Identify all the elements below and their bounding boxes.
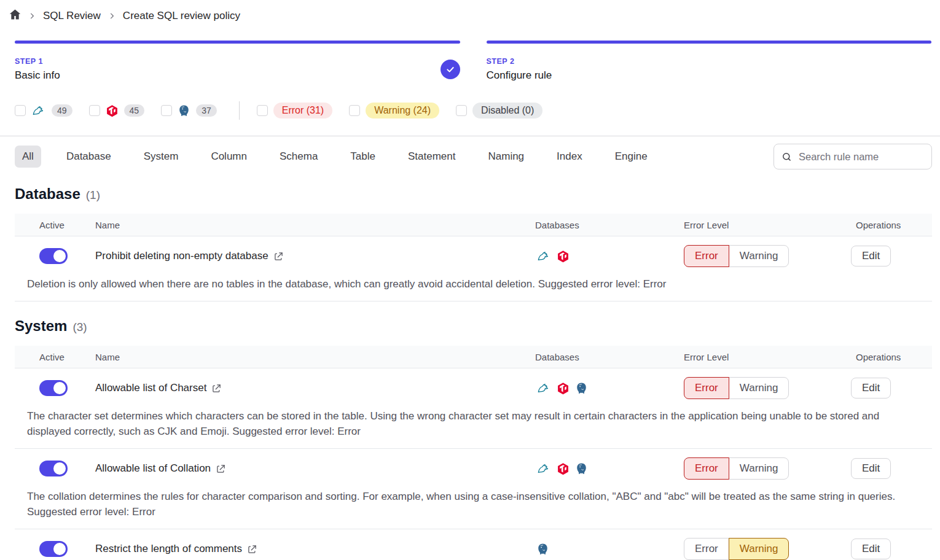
edit-button[interactable]: Edit [851, 378, 891, 399]
toggle-knob [53, 543, 66, 555]
databases-cell [520, 462, 669, 475]
step-1-title: Basic info [15, 69, 460, 82]
table-header-row: ActiveNameDatabasesError LevelOperations [15, 214, 932, 236]
table-row: Allowable list of CharsetErrorWarningEdi… [15, 368, 932, 407]
section-count: (3) [72, 321, 87, 334]
toggle-knob [53, 382, 66, 394]
postgres-icon [575, 382, 588, 395]
tab-schema[interactable]: Schema [272, 146, 325, 168]
error-level-cell: ErrorWarning [669, 538, 841, 560]
home-icon[interactable] [9, 9, 21, 23]
rule-description: The collation determines the rules for c… [15, 488, 932, 529]
search-icon [781, 152, 792, 162]
external-link-icon[interactable] [212, 384, 221, 393]
rule-name-link[interactable]: Allowable list of Charset [95, 382, 206, 394]
step-1[interactable]: STEP 1 Basic info [15, 41, 460, 82]
postgres-icon [536, 543, 549, 556]
breadcrumb-create-policy[interactable]: Create SQL review policy [123, 10, 240, 22]
step-1-label: STEP 1 [15, 57, 460, 66]
checkbox-error[interactable] [257, 105, 268, 116]
column-header-databases: Databases [520, 352, 669, 362]
error-level-toggle-group: ErrorWarning [684, 245, 789, 267]
error-level-toggle-group: ErrorWarning [684, 457, 789, 480]
tidb-icon [557, 250, 570, 263]
active-toggle[interactable] [39, 541, 68, 557]
column-header-active: Active [15, 220, 95, 230]
search-input[interactable] [797, 150, 924, 163]
column-header-active: Active [15, 352, 95, 362]
search-box[interactable] [774, 144, 932, 169]
tab-engine[interactable]: Engine [608, 146, 655, 168]
error-level-cell: ErrorWarning [669, 457, 841, 480]
external-link-icon[interactable] [248, 545, 257, 554]
rule-name-link[interactable]: Prohibit deleting non-empty database [95, 250, 268, 262]
rule-name-link[interactable]: Allowable list of Collation [95, 462, 211, 475]
error-level-button-error[interactable]: Error [684, 377, 729, 399]
filter-level-warning[interactable]: Warning (24) [349, 103, 439, 119]
checkbox-mysql[interactable] [15, 105, 26, 116]
tab-index[interactable]: Index [549, 146, 590, 168]
table-row: Prohibit deleting non-empty databaseErro… [15, 236, 932, 275]
tab-all[interactable]: All [15, 146, 41, 168]
error-level-toggle-group: ErrorWarning [684, 377, 789, 399]
filter-bar: 494537 Error (31)Warning (24)Disabled (0… [0, 101, 940, 120]
tab-system[interactable]: System [136, 146, 186, 168]
filter-divider [239, 101, 240, 120]
active-toggle[interactable] [39, 380, 68, 396]
filter-engine-tidb[interactable]: 45 [89, 104, 145, 117]
chevron-right-icon [108, 12, 116, 20]
tab-column[interactable]: Column [203, 146, 254, 168]
rule-name: Allowable list of Charset [95, 382, 520, 394]
rule-table: ActiveNameDatabasesError LevelOperations… [15, 214, 932, 301]
error-level-button-error[interactable]: Error [684, 457, 729, 480]
active-toggle[interactable] [39, 461, 68, 476]
filter-level-error[interactable]: Error (31) [257, 103, 332, 119]
error-level-button-error[interactable]: Error [684, 538, 729, 560]
postgres-icon [178, 104, 190, 117]
filter-level-disabled[interactable]: Disabled (0) [456, 103, 542, 119]
checkbox-disabled[interactable] [456, 105, 467, 116]
rule-name: Allowable list of Collation [95, 462, 520, 475]
column-header-operations: Operations [841, 352, 932, 362]
step-2-progress-bar [487, 41, 932, 44]
error-level-button-warning[interactable]: Warning [729, 377, 789, 399]
filter-engine-mysql[interactable]: 49 [15, 104, 72, 117]
table-row: Restrict the length of commentsErrorWarn… [15, 529, 932, 560]
section-title-text: System [15, 317, 67, 335]
error-level-cell: ErrorWarning [669, 377, 841, 399]
external-link-icon[interactable] [274, 252, 283, 261]
edit-button[interactable]: Edit [851, 246, 891, 266]
error-level-button-warning[interactable]: Warning [729, 245, 789, 267]
active-toggle[interactable] [39, 248, 68, 264]
checkbox-postgres[interactable] [161, 105, 172, 116]
rule-section-database: Database(1)ActiveNameDatabasesError Leve… [0, 185, 940, 301]
step-2-title: Configure rule [487, 69, 932, 82]
rule-name: Restrict the length of comments [95, 543, 520, 555]
step-indicator: STEP 1 Basic info STEP 2 Configure rule [0, 41, 940, 82]
databases-cell [520, 543, 669, 556]
error-level-button-warning[interactable]: Warning [729, 457, 789, 480]
step-1-progress-bar [15, 41, 460, 44]
checkbox-warning[interactable] [349, 105, 360, 116]
external-link-icon[interactable] [216, 464, 225, 473]
step-2[interactable]: STEP 2 Configure rule [487, 41, 932, 82]
chevron-right-icon [28, 12, 36, 20]
tab-naming[interactable]: Naming [480, 146, 531, 168]
edit-button[interactable]: Edit [851, 539, 891, 559]
breadcrumb: SQL Review Create SQL review policy [0, 0, 940, 23]
error-level-button-error[interactable]: Error [684, 245, 729, 267]
error-level-button-warning[interactable]: Warning [729, 538, 789, 560]
tab-table[interactable]: Table [343, 146, 383, 168]
section-heading: System(3) [15, 317, 932, 335]
rule-name-link[interactable]: Restrict the length of comments [95, 543, 242, 555]
section-count: (1) [86, 189, 100, 202]
tab-statement[interactable]: Statement [401, 146, 463, 168]
checkbox-tidb[interactable] [89, 105, 100, 116]
breadcrumb-sql-review[interactable]: SQL Review [43, 10, 101, 22]
operations-cell: Edit [841, 246, 932, 266]
edit-button[interactable]: Edit [851, 458, 891, 479]
tab-database[interactable]: Database [59, 146, 119, 168]
filter-engine-postgres[interactable]: 37 [161, 104, 217, 117]
tidb-icon [557, 462, 570, 475]
rule-table: ActiveNameDatabasesError LevelOperations… [15, 346, 932, 560]
